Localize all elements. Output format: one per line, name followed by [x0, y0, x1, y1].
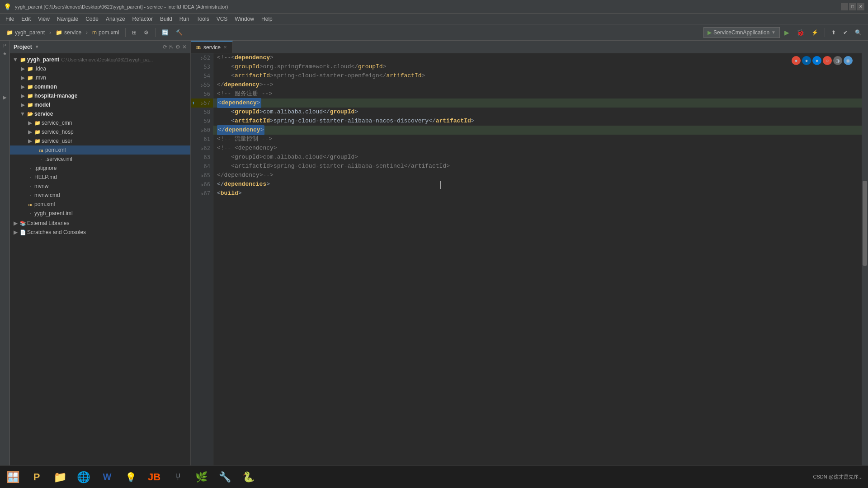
taskbar-git[interactable]: ⑂: [166, 468, 189, 486]
tree-root[interactable]: ▼ 📁 yygh_parent C:\Users\lenovo\Desktop\…: [10, 55, 190, 64]
browser-other2-icon[interactable]: ◉: [844, 56, 853, 65]
taskbar-python[interactable]: 🐍: [237, 468, 259, 486]
taskbar-word[interactable]: W: [96, 468, 118, 486]
left-icon-project[interactable]: P: [2, 42, 7, 49]
menu-tools[interactable]: Tools: [193, 15, 213, 23]
coverage-button[interactable]: ⚡: [809, 28, 821, 37]
taskbar-files[interactable]: 📁: [49, 468, 71, 486]
debug-button[interactable]: 🐞: [794, 28, 807, 37]
module-nav-button[interactable]: 📁 service: [53, 28, 84, 37]
editor-tabs: m service ✕: [191, 41, 868, 53]
maximize-button[interactable]: □: [849, 3, 856, 10]
menu-window[interactable]: Window: [231, 15, 258, 23]
code-content: ● ● ● ○ ◑ ◉ <!--<dependency> <groupId>or…: [213, 53, 868, 478]
service-expand-icon[interactable]: ▼: [19, 111, 26, 117]
browser-other-icon[interactable]: ◑: [833, 56, 842, 65]
code-line-57: <dependency>: [213, 99, 868, 108]
menu-vcs[interactable]: VCS: [213, 15, 231, 23]
menu-edit[interactable]: Edit: [18, 15, 34, 23]
hospital-label: hospital-manage: [34, 93, 77, 99]
toolbar-icon-1[interactable]: ⊞: [129, 28, 139, 37]
close-button[interactable]: ✕: [857, 3, 864, 10]
menu-run[interactable]: Run: [176, 15, 193, 23]
file-name: pom.xml: [99, 29, 119, 36]
mvn-expand-icon[interactable]: ▶: [19, 75, 26, 81]
toolbar-icon-2[interactable]: ⚙: [141, 28, 151, 37]
project-nav-button[interactable]: 📁 yygh_parent: [4, 28, 47, 37]
menu-refactor[interactable]: Refactor: [129, 15, 156, 23]
gutter-67: ▷67: [191, 189, 213, 198]
sync-icon[interactable]: ⟳: [163, 44, 167, 50]
service-hosp-expand-icon[interactable]: ▶: [26, 129, 33, 135]
tree-gitignore[interactable]: · .gitignore: [10, 164, 190, 173]
tab-close-icon[interactable]: ✕: [223, 45, 227, 50]
tree-pom-xml[interactable]: m pom.xml: [10, 145, 190, 155]
menu-analyze[interactable]: Analyze: [102, 15, 129, 23]
run-config-name: ServiceCmnApplication: [713, 29, 769, 36]
chrome-icon[interactable]: ●: [792, 56, 801, 65]
common-expand-icon[interactable]: ▶: [19, 84, 26, 90]
service-cmn-expand-icon[interactable]: ▶: [26, 120, 33, 126]
collapse-icon[interactable]: ⇱: [169, 44, 174, 50]
run-button[interactable]: ▶: [782, 28, 792, 37]
tree-service-cmn[interactable]: ▶ 📁 service_cmn: [10, 118, 190, 127]
taskbar-spring[interactable]: 🌿: [190, 468, 212, 486]
taskbar-jetbrains[interactable]: JB: [143, 468, 165, 486]
tree-mvnw[interactable]: · mvnw: [10, 182, 190, 191]
tree-scratches[interactable]: ▶ 📄 Scratches and Consoles: [10, 228, 190, 237]
file-nav-button[interactable]: m pom.xml: [90, 28, 122, 37]
idea-expand-icon[interactable]: ▶: [19, 66, 26, 72]
tree-common[interactable]: ▶ 📁 common: [10, 82, 190, 91]
tree-mvnw-cmd[interactable]: · mvnw.cmd: [10, 191, 190, 200]
ext-libs-expand-icon[interactable]: ▶: [12, 220, 19, 226]
taskbar-tool[interactable]: 🔧: [213, 468, 236, 486]
toolbar-icon-3[interactable]: 🔄: [159, 28, 171, 37]
tab-service[interactable]: m service ✕: [191, 41, 233, 53]
tree-service-hosp[interactable]: ▶ 📁 service_hosp: [10, 127, 190, 136]
tree-model[interactable]: ▶ 📁 model: [10, 100, 190, 109]
taskbar-ide[interactable]: 💡: [119, 468, 142, 486]
settings-gear-icon[interactable]: ⚙: [175, 44, 180, 50]
taskbar-start[interactable]: 🪟: [2, 468, 24, 486]
tree-idea[interactable]: ▶ 📁 .idea: [10, 64, 190, 73]
tree-root-pom[interactable]: m pom.xml: [10, 200, 190, 209]
menu-view[interactable]: View: [34, 15, 53, 23]
tree-service-user[interactable]: ▶ 📁 service_user: [10, 136, 190, 145]
tree-service[interactable]: ▼ 📂 service: [10, 109, 190, 118]
opera-icon[interactable]: ○: [823, 56, 832, 65]
tree-hospital[interactable]: ▶ 📁 hospital-manage: [10, 91, 190, 100]
left-icon-run[interactable]: ▶: [2, 94, 8, 101]
update-button[interactable]: ⬆: [829, 28, 839, 37]
tree-yygh-iml[interactable]: · yygh_parent.iml: [10, 209, 190, 218]
commit-button[interactable]: ✔: [840, 28, 850, 37]
menu-help[interactable]: Help: [258, 15, 276, 23]
taskbar-parallels[interactable]: P: [25, 468, 48, 486]
edge-icon[interactable]: ●: [812, 56, 821, 65]
code-area[interactable]: <!--<dependency> <groupId>org.springfram…: [213, 53, 868, 198]
minimize-button[interactable]: —: [841, 3, 848, 10]
menu-build[interactable]: Build: [156, 15, 176, 23]
taskbar-browser[interactable]: 🌐: [72, 468, 95, 486]
toolbar-icon-4[interactable]: 🔨: [173, 28, 185, 37]
left-icon-favorites[interactable]: ★: [2, 50, 8, 57]
code-line-52: <!--<dependency>: [213, 53, 868, 62]
close-panel-icon[interactable]: ✕: [182, 44, 187, 50]
model-expand-icon[interactable]: ▶: [19, 102, 26, 108]
tree-service-iml[interactable]: · .service.iml: [10, 155, 190, 164]
hospital-expand-icon[interactable]: ▶: [19, 93, 26, 99]
tree-help-md[interactable]: · HELP.md: [10, 173, 190, 182]
run-config-dropdown[interactable]: ▶ ServiceCmnApplication ▼: [703, 27, 780, 38]
scratches-expand-icon[interactable]: ▶: [12, 229, 19, 235]
tree-external-libs[interactable]: ▶ 📚 External Libraries: [10, 219, 190, 228]
root-expand-icon[interactable]: ▼: [12, 56, 19, 63]
vertical-scrollbar[interactable]: [862, 53, 868, 478]
menu-navigate[interactable]: Navigate: [53, 15, 82, 23]
title-text: yygh_parent [C:\Users\lenovo\Desktop\062…: [15, 4, 228, 9]
menu-file[interactable]: File: [2, 15, 18, 23]
menu-code[interactable]: Code: [82, 15, 102, 23]
search-everywhere-button[interactable]: 🔍: [852, 28, 864, 37]
service-user-expand-icon[interactable]: ▶: [26, 138, 33, 144]
scrollbar-thumb[interactable]: [863, 181, 867, 266]
firefox-icon[interactable]: ●: [802, 56, 811, 65]
tree-mvn[interactable]: ▶ 📁 .mvn: [10, 73, 190, 82]
